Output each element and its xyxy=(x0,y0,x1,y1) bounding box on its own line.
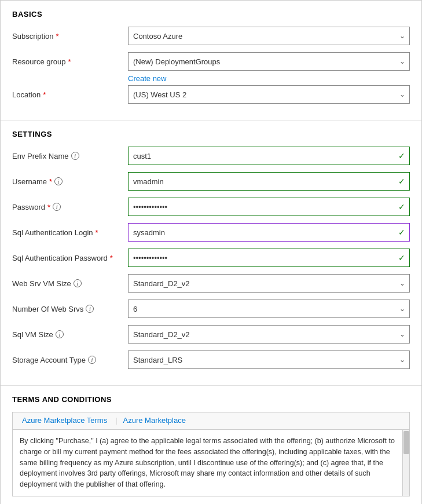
storage-account-type-label: Storage Account Type i xyxy=(12,356,128,364)
location-dropdown[interactable]: (US) West US 2 xyxy=(128,85,410,104)
env-prefix-row: Env Prefix Name i ✓ xyxy=(12,147,410,165)
terms-content-area: By clicking "Purchase," I (a) agree to t… xyxy=(13,430,409,496)
location-wrapper: (US) West US 2 ⌄ xyxy=(128,85,410,104)
number-web-srvs-dropdown[interactable]: 6 xyxy=(128,300,410,318)
sql-vm-size-dropdown[interactable]: Standard_D2_v2 xyxy=(128,325,410,344)
storage-account-type-info-icon[interactable]: i xyxy=(88,356,96,364)
terms-tab-marketplace[interactable]: Azure Marketplace Terms xyxy=(17,412,112,429)
settings-section: SETTINGS Env Prefix Name i ✓ Username * … xyxy=(1,120,421,386)
terms-tab-azure[interactable]: Azure Marketplace xyxy=(119,412,190,429)
sql-auth-password-required: * xyxy=(110,254,113,262)
number-web-srvs-label: Number Of Web Srvs i xyxy=(12,305,128,313)
subscription-label: Subscription * xyxy=(12,32,128,41)
env-prefix-input[interactable] xyxy=(128,147,410,165)
location-required: * xyxy=(43,90,46,99)
resource-group-required: * xyxy=(68,57,71,66)
password-wrapper: ✓ xyxy=(128,198,410,216)
password-row: Password * i ✓ xyxy=(12,198,410,216)
terms-box: Azure Marketplace Terms | Azure Marketpl… xyxy=(12,412,410,496)
username-info-icon[interactable]: i xyxy=(54,177,63,185)
username-check-icon: ✓ xyxy=(398,177,405,186)
main-container: BASICS Subscription * Contoso Azure ⌄ Re… xyxy=(0,0,422,504)
web-srv-vm-size-dropdown[interactable]: Standard_D2_v2 xyxy=(128,274,410,293)
sql-auth-login-row: Sql Authentication Login * ✓ xyxy=(12,223,410,242)
password-input[interactable] xyxy=(128,198,410,216)
username-input[interactable] xyxy=(128,172,410,191)
password-required: * xyxy=(47,203,50,211)
sql-auth-password-input[interactable] xyxy=(128,249,410,267)
resource-group-dropdown[interactable]: (New) DeploymentGroups xyxy=(128,52,410,71)
settings-title: SETTINGS xyxy=(12,130,410,138)
storage-account-type-row: Storage Account Type i Standard_LRS ⌄ xyxy=(12,350,410,369)
number-web-srvs-wrapper: 6 ⌄ xyxy=(128,300,410,318)
sql-vm-size-info-icon[interactable]: i xyxy=(56,330,64,338)
number-web-srvs-row: Number Of Web Srvs i 6 ⌄ xyxy=(12,300,410,318)
sql-auth-password-check-icon: ✓ xyxy=(398,253,405,262)
username-row: Username * i ✓ xyxy=(12,172,410,191)
storage-account-type-wrapper: Standard_LRS ⌄ xyxy=(128,350,410,369)
sql-vm-size-row: Sql VM Size i Standard_D2_v2 ⌄ xyxy=(12,325,410,344)
create-new-link[interactable]: Create new xyxy=(128,74,410,83)
basics-title: BASICS xyxy=(12,10,410,19)
sql-auth-login-label: Sql Authentication Login * xyxy=(12,228,128,237)
terms-tab-separator: | xyxy=(114,412,118,429)
subscription-dropdown[interactable]: Contoso Azure xyxy=(128,27,410,45)
subscription-row: Subscription * Contoso Azure ⌄ xyxy=(12,27,410,45)
location-row: Location * (US) West US 2 ⌄ xyxy=(12,85,410,104)
sql-auth-password-wrapper: ✓ xyxy=(128,249,410,267)
web-srv-vm-size-row: Web Srv VM Size i Standard_D2_v2 ⌄ xyxy=(12,274,410,293)
username-label: Username * i xyxy=(12,177,128,186)
username-required: * xyxy=(49,177,52,186)
storage-account-type-dropdown[interactable]: Standard_LRS xyxy=(128,350,410,369)
sql-vm-size-wrapper: Standard_D2_v2 ⌄ xyxy=(128,325,410,344)
password-check-icon: ✓ xyxy=(398,202,405,211)
subscription-required: * xyxy=(56,32,59,41)
sql-auth-login-wrapper: ✓ xyxy=(128,223,410,242)
sql-auth-login-required: * xyxy=(96,228,98,237)
env-prefix-info-icon[interactable]: i xyxy=(71,152,79,160)
subscription-wrapper: Contoso Azure ⌄ xyxy=(128,27,410,45)
sql-vm-size-label: Sql VM Size i xyxy=(12,330,128,339)
sql-auth-password-row: Sql Authentication Password * ✓ xyxy=(12,249,410,267)
sql-auth-login-check-icon: ✓ xyxy=(398,228,405,237)
basics-section: BASICS Subscription * Contoso Azure ⌄ Re… xyxy=(1,1,421,120)
web-srv-vm-size-info-icon[interactable]: i xyxy=(74,279,82,287)
resource-group-row: Resource group * (New) DeploymentGroups … xyxy=(12,52,410,71)
sql-auth-password-label: Sql Authentication Password * xyxy=(12,254,128,262)
env-prefix-wrapper: ✓ xyxy=(128,147,410,165)
terms-section: TERMS AND CONDITIONS Azure Marketplace T… xyxy=(1,386,421,504)
terms-title: TERMS AND CONDITIONS xyxy=(12,395,410,404)
number-web-srvs-info-icon[interactable]: i xyxy=(86,305,94,313)
web-srv-vm-size-label: Web Srv VM Size i xyxy=(12,279,128,288)
env-prefix-check-icon: ✓ xyxy=(398,151,405,160)
terms-scrollbar[interactable] xyxy=(402,430,409,496)
resource-group-label: Resource group * xyxy=(12,57,128,66)
password-label: Password * i xyxy=(12,203,128,211)
terms-tabs: Azure Marketplace Terms | Azure Marketpl… xyxy=(13,412,409,430)
terms-content-text: By clicking "Purchase," I (a) agree to t… xyxy=(13,430,409,496)
resource-group-wrapper: (New) DeploymentGroups ⌄ xyxy=(128,52,410,71)
sql-auth-login-input[interactable] xyxy=(128,223,410,242)
username-wrapper: ✓ xyxy=(128,172,410,191)
password-info-icon[interactable]: i xyxy=(53,203,61,211)
location-label: Location * xyxy=(12,90,128,99)
env-prefix-label: Env Prefix Name i xyxy=(12,152,128,160)
terms-scrollbar-thumb xyxy=(403,431,409,454)
web-srv-vm-size-wrapper: Standard_D2_v2 ⌄ xyxy=(128,274,410,293)
